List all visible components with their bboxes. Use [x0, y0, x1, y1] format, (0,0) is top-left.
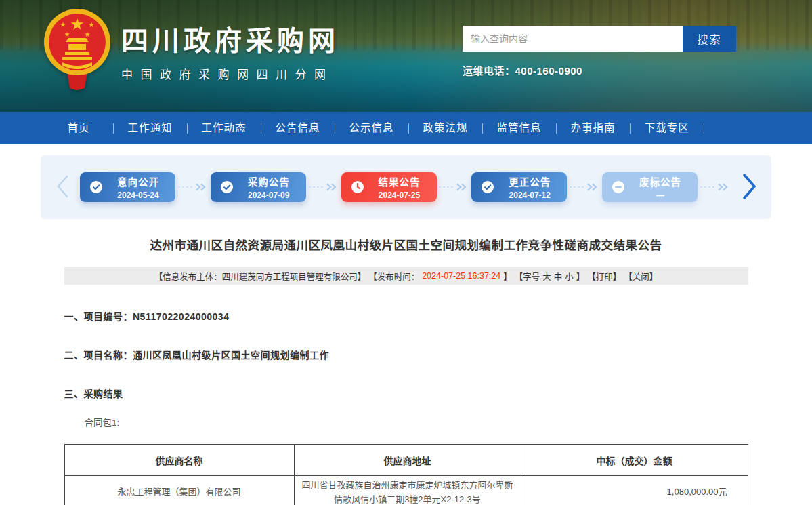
- page: ★ ★ ★ ★ ★ 四川政府采购网 中国政府采购网四川分网: [0, 0, 812, 505]
- publisher-text: 【信息发布主体：四川建茂同方工程项目管理有限公司】: [154, 270, 366, 283]
- result-heading-line: 三、采购结果: [64, 386, 748, 400]
- svg-text:★: ★: [89, 21, 95, 28]
- step-label: 结果公告: [372, 174, 427, 188]
- national-emblem-logo: ★ ★ ★ ★ ★: [43, 7, 112, 94]
- search-button[interactable]: 搜索: [683, 26, 736, 52]
- timeline-next-button[interactable]: [736, 171, 762, 203]
- brand: ★ ★ ★ ★ ★ 四川政府采购网 中国政府采购网四川分网: [43, 7, 339, 94]
- timeline-arrow-icon: [177, 183, 209, 191]
- timeline-arrow-icon: [308, 183, 339, 191]
- main-nav: 首页 工作通知 工作动态 公告信息 公示信息 政策法规 监管信息 办事指南 下载…: [0, 112, 812, 144]
- page-title: 达州市通川区自然资源局通川区凤凰山村级片区国土空间规划编制工作竞争性磋商成交结果…: [64, 236, 748, 253]
- site-subtitle: 中国政府采购网四川分网: [121, 65, 339, 82]
- check-circle-icon: [481, 180, 494, 194]
- brand-text: 四川政府采购网 中国政府采购网四川分网: [121, 19, 339, 82]
- chevron-right-icon: [740, 171, 758, 203]
- print-button[interactable]: 【打印】: [587, 270, 621, 283]
- svg-text:★: ★: [64, 31, 70, 38]
- publish-time-value: 2024-07-25 16:37:24: [422, 271, 500, 281]
- announcement-article: 达州市通川区自然资源局通川区凤凰山村级片区国土空间规划编制工作竞争性磋商成交结果…: [64, 236, 748, 505]
- clock-icon: [351, 180, 364, 194]
- nav-item-work-news[interactable]: 工作动态: [188, 112, 261, 144]
- search-input[interactable]: [463, 26, 683, 52]
- nav-item-home[interactable]: 首页: [68, 112, 113, 144]
- timeline-step-correction[interactable]: 更正公告 2024-07-12: [471, 172, 567, 202]
- nav-item-supervision[interactable]: 监管信息: [483, 112, 556, 144]
- timeline-arrow-icon: [438, 183, 469, 191]
- timeline-step-cancelled-bid[interactable]: 废标公告 —: [602, 172, 698, 202]
- step-label: 更正公告: [502, 174, 557, 188]
- nav-item-publicity-info[interactable]: 公示信息: [335, 112, 408, 144]
- step-date: 2024-07-09: [241, 190, 297, 200]
- chevron-left-icon: [54, 173, 70, 202]
- nav-item-policy[interactable]: 政策法规: [409, 112, 482, 144]
- project-number-line: 一、项目编号：N5117022024000034: [64, 309, 748, 323]
- nav-item-work-notice[interactable]: 工作通知: [114, 112, 187, 144]
- column-header-supplier-address: 供应商地址: [294, 445, 521, 476]
- site-header: ★ ★ ★ ★ ★ 四川政府采购网 中国政府采购网四川分网: [0, 0, 812, 112]
- timeline-prev-button[interactable]: [50, 173, 74, 202]
- publish-time-suffix: 】: [503, 270, 512, 283]
- timeline-step-intention[interactable]: 意向公开 2024-05-24: [80, 172, 175, 202]
- svg-text:★: ★: [85, 31, 91, 38]
- supplier-address-cell: 四川省甘孜藏族自治州康定市康定炉城镇东方阿尔卑斯情歌风情小镇二期3幢2单元X2-…: [294, 476, 521, 505]
- fontsize-label: 【字号: [515, 270, 540, 283]
- step-label: 采购公告: [241, 174, 297, 188]
- minus-circle-icon: [612, 180, 625, 194]
- site-title: 四川政府采购网: [121, 19, 339, 58]
- step-date: 2024-05-24: [110, 190, 166, 200]
- nav-item-download[interactable]: 下载专区: [631, 112, 704, 144]
- timeline-step-result[interactable]: 结果公告 2024-07-25: [341, 172, 437, 202]
- table-header-row: 供应商名称 供应商地址 中标（成交）金额: [64, 445, 748, 476]
- timeline-step-procurement[interactable]: 采购公告 2024-07-09: [211, 172, 306, 202]
- project-name-line: 二、项目名称：通川区凤凰山村级片区国土空间规划编制工作: [64, 348, 748, 361]
- nav-item-announcement-info[interactable]: 公告信息: [261, 112, 335, 144]
- svg-text:★: ★: [70, 15, 85, 33]
- contract-package-label: 合同包1:: [85, 415, 748, 428]
- column-header-supplier-name: 供应商名称: [64, 445, 294, 476]
- result-table: 供应商名称 供应商地址 中标（成交）金额 永忠工程管理（集团）有限公司 四川省甘…: [64, 444, 748, 505]
- hotline-text: 运维电话：400-160-0900: [463, 63, 747, 77]
- fontsize-small-button[interactable]: 小: [565, 270, 574, 283]
- fontsize-large-button[interactable]: 大: [542, 270, 551, 283]
- check-circle-icon: [220, 180, 234, 194]
- step-label: 废标公告: [633, 174, 688, 188]
- column-header-award-amount: 中标（成交）金额: [521, 445, 748, 476]
- meta-bar: 【信息发布主体：四川建茂同方工程项目管理有限公司】 【发布时间： 2024-07…: [64, 267, 748, 285]
- publish-time-prefix: 【发布时间：: [368, 270, 419, 283]
- check-circle-icon: [89, 180, 103, 194]
- step-date: 2024-07-25: [372, 190, 427, 200]
- close-button[interactable]: 【关闭】: [624, 270, 658, 283]
- step-date: 2024-07-12: [502, 190, 557, 200]
- timeline-arrow-icon: [700, 183, 731, 191]
- process-timeline: 意向公开 2024-05-24 采购公告 2024-07-09: [0, 144, 812, 219]
- nav-item-service-guide[interactable]: 办事指南: [557, 112, 630, 144]
- svg-text:★: ★: [60, 21, 66, 28]
- table-row: 永忠工程管理（集团）有限公司 四川省甘孜藏族自治州康定市康定炉城镇东方阿尔卑斯情…: [64, 476, 748, 505]
- step-label: 意向公开: [110, 174, 166, 188]
- nav-divider: [704, 123, 704, 134]
- fontsize-label-close: 】: [576, 270, 585, 283]
- step-date: —: [633, 190, 688, 200]
- supplier-name-cell: 永忠工程管理（集团）有限公司: [64, 476, 294, 505]
- fontsize-medium-button[interactable]: 中: [554, 270, 563, 283]
- search-bar: 搜索: [463, 26, 747, 52]
- award-amount-cell: 1,080,000.00元: [521, 476, 748, 505]
- timeline-arrow-icon: [569, 183, 600, 191]
